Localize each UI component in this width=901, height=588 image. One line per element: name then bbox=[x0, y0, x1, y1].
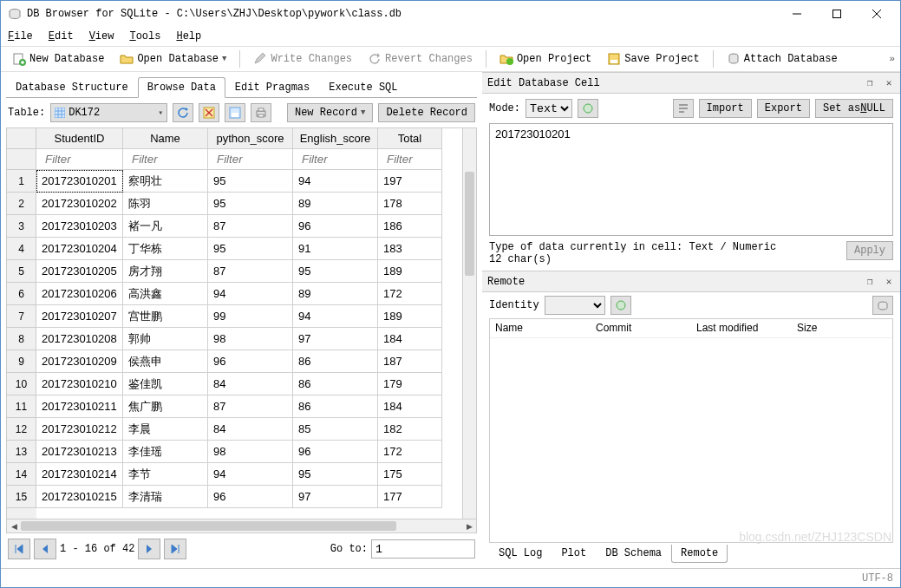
table-cell[interactable]: 187 bbox=[378, 350, 442, 373]
mode-ext-button[interactable] bbox=[578, 99, 598, 118]
table-row[interactable]: 201723010211焦广鹏8786184 bbox=[36, 395, 476, 418]
set-null-button[interactable]: Set as NULL bbox=[815, 99, 893, 118]
row-header[interactable]: 3 bbox=[7, 215, 36, 238]
table-cell[interactable]: 201723010206 bbox=[36, 283, 123, 305]
table-cell[interactable]: 184 bbox=[378, 328, 442, 350]
table-select[interactable]: DK172 bbox=[50, 103, 167, 122]
tab-db-schema[interactable]: DB Schema bbox=[596, 545, 671, 563]
table-cell[interactable]: 97 bbox=[293, 328, 378, 350]
table-row[interactable]: 201723010203褚一凡8796186 bbox=[36, 215, 476, 238]
table-cell[interactable]: 201723010215 bbox=[36, 486, 123, 508]
open-database-button[interactable]: Open Database ▼ bbox=[114, 49, 232, 69]
table-cell[interactable]: 房才翔 bbox=[123, 260, 208, 283]
row-header[interactable]: 7 bbox=[7, 305, 36, 328]
delete-record-button[interactable]: Delete Record bbox=[378, 103, 475, 122]
table-cell[interactable]: 201723010209 bbox=[36, 350, 123, 373]
filter-input[interactable] bbox=[42, 149, 117, 169]
tab-sql-log[interactable]: SQL Log bbox=[489, 545, 552, 563]
table-cell[interactable]: 94 bbox=[293, 305, 378, 328]
table-cell[interactable]: 201723010202 bbox=[36, 193, 123, 215]
column-header[interactable]: Name bbox=[123, 128, 208, 149]
align-button[interactable] bbox=[673, 99, 694, 118]
tab-plot[interactable]: Plot bbox=[552, 545, 596, 563]
table-cell[interactable]: 201723010213 bbox=[36, 441, 123, 463]
table-cell[interactable]: 侯燕申 bbox=[123, 350, 208, 373]
row-header[interactable]: 8 bbox=[7, 328, 36, 350]
column-header[interactable]: English_score bbox=[293, 128, 378, 149]
nav-first-button[interactable] bbox=[8, 539, 30, 559]
table-cell[interactable]: 94 bbox=[208, 283, 293, 305]
table-cell[interactable]: 201723010214 bbox=[36, 463, 123, 486]
filter-input[interactable] bbox=[128, 149, 202, 169]
table-row[interactable]: 201723010208郭帅9897184 bbox=[36, 328, 476, 350]
table-cell[interactable]: 201723010204 bbox=[36, 238, 123, 260]
table-cell[interactable]: 87 bbox=[208, 395, 293, 418]
table-cell[interactable]: 177 bbox=[378, 486, 442, 508]
table-cell[interactable]: 201723010207 bbox=[36, 305, 123, 328]
tab-structure[interactable]: Database Structure bbox=[6, 77, 138, 98]
remote-list[interactable]: Name Commit Last modified Size bbox=[489, 318, 893, 543]
table-cell[interactable]: 197 bbox=[378, 170, 442, 193]
table-cell[interactable]: 87 bbox=[208, 215, 293, 238]
scroll-right-icon[interactable]: ▶ bbox=[462, 519, 476, 532]
table-cell[interactable]: 201723010210 bbox=[36, 373, 123, 395]
tab-pragmas[interactable]: Edit Pragmas bbox=[225, 77, 319, 98]
table-row[interactable]: 201723010204丁华栋9591183 bbox=[36, 238, 476, 260]
table-row[interactable]: 201723010214李节9495175 bbox=[36, 463, 476, 486]
table-cell[interactable]: 宫世鹏 bbox=[123, 305, 208, 328]
table-cell[interactable]: 182 bbox=[378, 418, 442, 441]
apply-button[interactable]: Apply bbox=[846, 241, 893, 260]
table-cell[interactable]: 96 bbox=[293, 215, 378, 238]
row-header[interactable]: 4 bbox=[7, 238, 36, 260]
maximize-button[interactable] bbox=[817, 1, 857, 27]
table-cell[interactable]: 172 bbox=[378, 283, 442, 305]
revert-changes-button[interactable]: Revert Changes bbox=[362, 49, 479, 69]
identity-push-button[interactable] bbox=[872, 296, 893, 315]
row-header[interactable]: 2 bbox=[7, 193, 36, 215]
new-record-button[interactable]: New Record▼ bbox=[287, 103, 373, 122]
column-header[interactable]: StudentID bbox=[36, 128, 123, 149]
table-cell[interactable]: 186 bbox=[378, 215, 442, 238]
tab-remote[interactable]: Remote bbox=[671, 545, 728, 563]
table-cell[interactable]: 99 bbox=[208, 305, 293, 328]
undock-icon[interactable]: ❐ bbox=[864, 77, 876, 89]
table-cell[interactable]: 184 bbox=[378, 395, 442, 418]
table-cell[interactable]: 94 bbox=[208, 463, 293, 486]
tab-sql[interactable]: Execute SQL bbox=[319, 77, 407, 98]
table-cell[interactable]: 189 bbox=[378, 305, 442, 328]
table-cell[interactable]: 96 bbox=[208, 350, 293, 373]
table-row[interactable]: 201723010207宫世鹏9994189 bbox=[36, 305, 476, 328]
row-header[interactable]: 13 bbox=[7, 441, 36, 463]
table-row[interactable]: 201723010209侯燕申9686187 bbox=[36, 350, 476, 373]
close-button[interactable] bbox=[857, 1, 897, 27]
table-row[interactable]: 201723010206高洪鑫9489172 bbox=[36, 283, 476, 305]
export-button[interactable]: Export bbox=[757, 99, 810, 118]
menu-file[interactable]: File bbox=[8, 30, 33, 42]
refresh-button[interactable] bbox=[173, 103, 193, 122]
table-row[interactable]: 201723010213李佳瑶9896172 bbox=[36, 441, 476, 463]
table-cell[interactable]: 189 bbox=[378, 260, 442, 283]
menu-tools[interactable]: Tools bbox=[129, 30, 160, 42]
row-header[interactable]: 11 bbox=[7, 395, 36, 418]
table-cell[interactable]: 201723010201 bbox=[36, 170, 123, 193]
table-cell[interactable]: 178 bbox=[378, 193, 442, 215]
row-header[interactable]: 12 bbox=[7, 418, 36, 441]
table-cell[interactable]: 201723010211 bbox=[36, 395, 123, 418]
nav-last-button[interactable] bbox=[164, 539, 186, 559]
table-cell[interactable]: 高洪鑫 bbox=[123, 283, 208, 305]
identity-select[interactable] bbox=[545, 296, 605, 315]
undock-icon[interactable]: ❐ bbox=[864, 276, 876, 288]
menu-view[interactable]: View bbox=[89, 30, 114, 42]
table-cell[interactable]: 172 bbox=[378, 441, 442, 463]
table-cell[interactable]: 91 bbox=[293, 238, 378, 260]
column-header[interactable]: Total bbox=[378, 128, 442, 149]
nav-prev-button[interactable] bbox=[34, 539, 56, 559]
filter-input[interactable] bbox=[383, 149, 436, 169]
table-cell[interactable]: 96 bbox=[208, 486, 293, 508]
write-changes-button[interactable]: Write Changes bbox=[247, 49, 358, 69]
table-cell[interactable]: 201723010205 bbox=[36, 260, 123, 283]
table-cell[interactable]: 95 bbox=[208, 238, 293, 260]
save-project-button[interactable]: Save Project bbox=[601, 49, 705, 69]
table-cell[interactable]: 179 bbox=[378, 373, 442, 395]
table-cell[interactable]: 89 bbox=[293, 193, 378, 215]
